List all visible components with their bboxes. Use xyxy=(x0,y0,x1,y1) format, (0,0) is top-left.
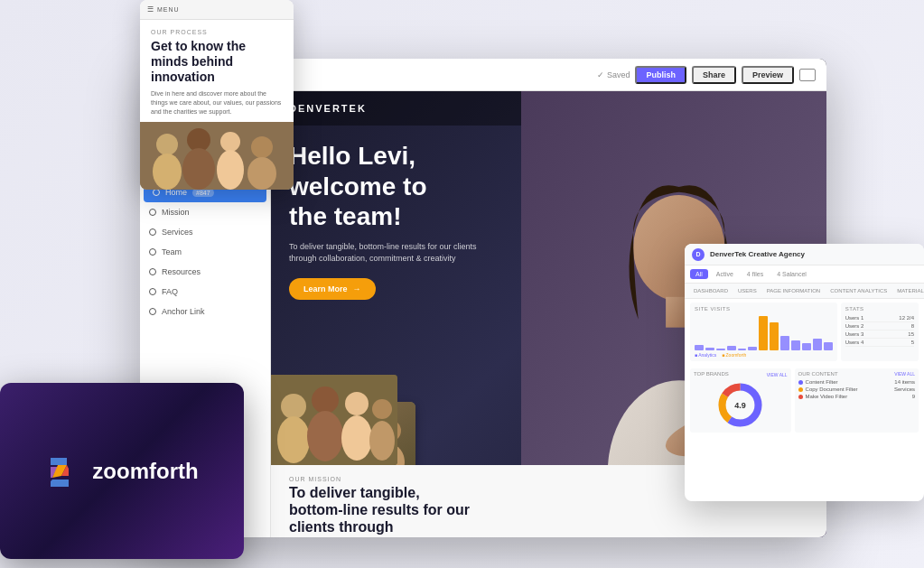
content-dot-1 xyxy=(798,380,803,385)
legend-analytics: ■ Analytics xyxy=(695,352,716,358)
svg-point-23 xyxy=(372,399,392,419)
analytics-tabs: All Active 4 files 4 Salancel xyxy=(685,265,924,284)
nav-item-resources[interactable]: Resources xyxy=(140,262,270,282)
nav-item-team[interactable]: Team xyxy=(140,242,270,262)
hero-greeting-line3: the team! xyxy=(289,201,594,232)
analytics-logo-icon: D xyxy=(692,248,705,261)
filter-materials[interactable]: MATERIALS xyxy=(893,286,924,295)
bar-8 xyxy=(770,322,779,350)
nav-item-mission[interactable]: Mission xyxy=(140,202,270,222)
bar-10 xyxy=(791,340,800,350)
analytics-topbar: D DenverTek Creative Agency xyxy=(685,244,924,265)
nav-item-dot xyxy=(153,189,160,196)
svg-point-26 xyxy=(156,134,178,155)
mobile-headline-line3: innovation xyxy=(151,70,283,85)
zoomforth-logo-wrapper: zoomforth xyxy=(45,452,198,490)
mission-photo-svg xyxy=(271,375,397,465)
site-visits-chart xyxy=(695,314,833,350)
stats-panel: STATS Users 1 12 2/4 Users 2 8 Users 3 1… xyxy=(841,303,919,361)
stats-list: Users 1 12 2/4 Users 2 8 Users 3 15 User… xyxy=(845,314,914,347)
nav-item-faq[interactable]: FAQ xyxy=(140,282,270,302)
stat-row-4: Users 4 5 xyxy=(845,339,914,347)
nav-item-dot-team xyxy=(149,248,156,256)
analytics-top-row: SITE VISITS ■ Analyt xyxy=(690,303,919,361)
svg-point-27 xyxy=(153,154,182,190)
bar-1 xyxy=(695,345,704,350)
svg-point-31 xyxy=(217,150,244,190)
site-visits-title: SITE VISITS xyxy=(695,306,833,312)
preview-button[interactable]: Preview xyxy=(742,66,794,84)
mobile-headline-line1: Get to know the xyxy=(151,39,283,54)
nav-item-services[interactable]: Services xyxy=(140,222,270,242)
view-all-content-link[interactable]: VIEW ALL xyxy=(894,371,915,378)
hero-greeting-line2: welcome to xyxy=(289,172,594,202)
hero-brand: DENVERTEK xyxy=(289,103,367,114)
bar-4 xyxy=(727,346,736,350)
zoomforth-card: zoomforth xyxy=(0,383,244,559)
mission-section-photo xyxy=(271,375,397,465)
nav-item-dot-faq xyxy=(149,288,156,295)
top-brands-panel: TOP BRANDS VIEW ALL 4.9 xyxy=(690,368,791,433)
nav-item-anchor[interactable]: Anchor Link xyxy=(140,302,270,321)
hero-bottom-line3: clients through xyxy=(289,518,808,535)
legend-zoomforth: ■ Zoomforth xyxy=(722,352,746,358)
bar-13 xyxy=(824,342,833,350)
hero-greeting-line1: Hello Levi, xyxy=(289,141,594,172)
share-button[interactable]: Share xyxy=(692,66,736,84)
analytics-tab-all[interactable]: All xyxy=(690,269,708,279)
stat-row-2: Users 2 8 xyxy=(845,322,914,331)
mobile-body-text: Dive in here and discover more about the… xyxy=(151,89,283,116)
bar-7 xyxy=(759,316,768,350)
mobile-headline-line2: minds behind xyxy=(151,54,283,70)
view-all-brands-link[interactable]: VIEW ALL xyxy=(767,372,788,377)
nav-item-dot-resources xyxy=(149,268,156,275)
hero-content: Hello Levi, welcome to the team! To deli… xyxy=(289,141,594,300)
bar-2 xyxy=(705,348,714,350)
analytics-brand-name: DenverTek Creative Agency xyxy=(710,250,805,258)
filter-dashboard[interactable]: DASHBOARD xyxy=(690,286,732,295)
hero-subtitle: To deliver tangible, bottom-line results… xyxy=(289,241,488,265)
mobile-topbar: ☰ MENU xyxy=(140,0,294,20)
filter-content[interactable]: CONTENT ANALYTICS xyxy=(826,286,891,295)
donut-chart-container: 4.9 xyxy=(694,380,788,430)
analytics-filter-row: DASHBOARD USERS PAGE INFORMATION CONTENT… xyxy=(685,284,924,299)
device-toggle-icon[interactable] xyxy=(799,69,816,81)
stats-title: STATS xyxy=(845,306,914,312)
nav-item-dot-anchor xyxy=(149,308,156,315)
hero-bottom-line2: bottom-line results for our xyxy=(289,501,808,518)
svg-point-21 xyxy=(345,392,369,415)
analytics-tab-files[interactable]: 4 files xyxy=(742,269,769,279)
donut-chart-svg: 4.9 xyxy=(715,380,765,430)
publish-button[interactable]: Publish xyxy=(635,66,686,84)
svg-point-29 xyxy=(182,148,215,190)
content-item-2: Copy Document Filter Services xyxy=(798,386,915,393)
analytics-main-content: SITE VISITS ■ Analyt xyxy=(685,299,924,368)
hero-greeting: Hello Levi, welcome to the team! xyxy=(289,141,594,232)
analytics-tab-active[interactable]: Active xyxy=(711,269,739,279)
topbar-saved-status: ✓ Saved xyxy=(597,70,630,79)
filter-page-info[interactable]: PAGE INFORMATION xyxy=(763,286,824,295)
bar-12 xyxy=(813,339,822,350)
process-label: OUR PROCESS xyxy=(151,29,283,35)
topbar-actions: ✓ Saved Publish Share Preview xyxy=(597,66,816,84)
nav-item-dot-services xyxy=(149,228,156,236)
hero-cta-label: Learn More xyxy=(303,284,348,293)
bar-3 xyxy=(716,349,725,350)
svg-marker-36 xyxy=(51,458,67,465)
stat-row-3: Users 3 15 xyxy=(845,331,914,339)
analytics-overlay: D DenverTek Creative Agency All Active 4… xyxy=(685,244,924,501)
hamburger-icon: ☰ xyxy=(147,5,154,14)
svg-point-18 xyxy=(277,416,310,463)
svg-point-17 xyxy=(281,394,306,419)
bar-11 xyxy=(802,343,811,350)
svg-point-30 xyxy=(220,132,240,152)
content-item-3: Make Video Filter 9 xyxy=(798,393,915,400)
zoomforth-logo-icon xyxy=(45,452,83,490)
analytics-tab-salancel[interactable]: 4 Salancel xyxy=(771,269,812,279)
menu-label: MENU xyxy=(157,6,180,13)
filter-users[interactable]: USERS xyxy=(734,286,761,295)
bar-6 xyxy=(748,347,757,350)
svg-point-19 xyxy=(312,386,339,414)
content-dot-2 xyxy=(798,387,803,392)
hero-cta-button[interactable]: Learn More → xyxy=(289,278,376,300)
